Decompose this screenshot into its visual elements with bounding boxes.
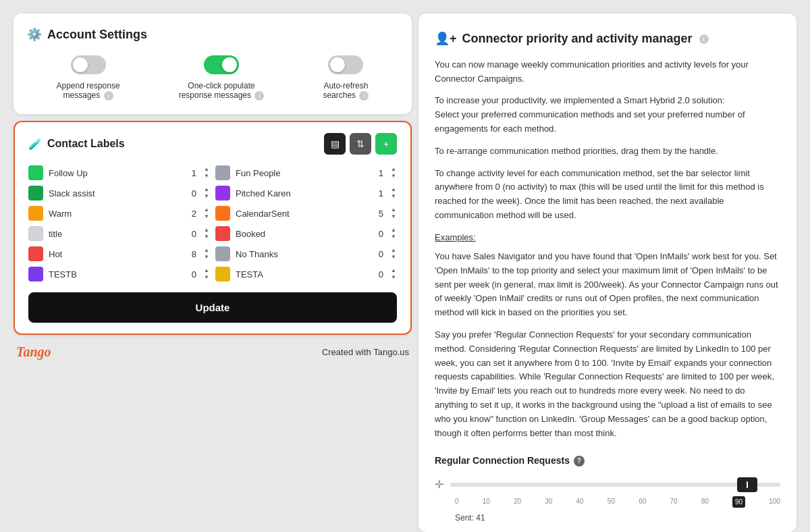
stepper-up-title[interactable]: ▲ xyxy=(203,227,210,234)
label-value-calendar-sent: 5 xyxy=(370,209,383,219)
stepper-fun-people[interactable]: ▲ ▼ xyxy=(390,166,397,180)
slider-tick-60: 60 xyxy=(639,496,646,508)
slider-tick-50: 50 xyxy=(608,496,615,508)
toggle-append-response-switch[interactable] xyxy=(71,55,106,74)
label-row-fun-people: Fun People 1 ▲ ▼ xyxy=(215,165,397,180)
stepper-down-hot[interactable]: ▼ xyxy=(203,254,210,261)
stepper-down-no-thanks[interactable]: ▼ xyxy=(390,254,397,261)
add-label-button[interactable]: + xyxy=(375,133,397,155)
labels-left-column: Follow Up 1 ▲ ▼ Slack assist 0 ▲ ▼ xyxy=(28,165,210,282)
label-name-testa: TESTA xyxy=(236,269,364,280)
stepper-warm[interactable]: ▲ ▼ xyxy=(203,207,210,220)
regular-connection-slider-container: ✛ 0 10 20 30 40 50 60 70 80 90 100 xyxy=(435,477,780,530)
stepper-up-booked[interactable]: ▲ xyxy=(390,227,397,234)
toggle-auto-refresh: Auto-refreshsearches i xyxy=(323,55,369,101)
auto-refresh-info-icon: i xyxy=(359,91,369,101)
stepper-down-calendar-sent[interactable]: ▼ xyxy=(390,213,397,220)
tango-brand: Tango xyxy=(16,344,51,360)
label-color-testa xyxy=(215,267,230,282)
examples-label: Examples: xyxy=(435,231,780,244)
stepper-up-testb[interactable]: ▲ xyxy=(203,267,210,274)
right-panel-info-icon: i xyxy=(699,34,709,44)
label-color-calendar-sent xyxy=(215,206,230,221)
slider-tick-70: 70 xyxy=(670,496,677,508)
label-row-follow-up: Follow Up 1 ▲ ▼ xyxy=(28,165,210,180)
stepper-down-testb[interactable]: ▼ xyxy=(203,274,210,281)
stepper-follow-up[interactable]: ▲ ▼ xyxy=(203,166,210,180)
stepper-up-slack-assist[interactable]: ▲ xyxy=(203,186,210,193)
label-name-fun-people: Fun People xyxy=(236,168,364,178)
stepper-up-pitched-karen[interactable]: ▲ xyxy=(390,186,397,193)
label-name-warm: Warm xyxy=(49,209,178,219)
slider-tick-90-active: 90 xyxy=(732,496,745,508)
stepper-slack-assist[interactable]: ▲ ▼ xyxy=(203,186,210,200)
toggle-one-click-switch[interactable] xyxy=(204,55,239,74)
stepper-down-testa[interactable]: ▼ xyxy=(390,274,397,281)
stepper-hot[interactable]: ▲ ▼ xyxy=(203,247,210,261)
label-row-pitched-karen: Pitched Karen 1 ▲ ▼ xyxy=(215,186,397,201)
regular-connection-sent: Sent: 41 xyxy=(455,512,780,525)
label-value-follow-up: 1 xyxy=(183,168,196,178)
toggle-auto-refresh-switch[interactable] xyxy=(328,55,363,74)
label-value-slack-assist: 0 xyxy=(183,188,196,198)
stepper-testb[interactable]: ▲ ▼ xyxy=(203,267,210,281)
stepper-up-testa[interactable]: ▲ xyxy=(390,267,397,274)
stepper-down-follow-up[interactable]: ▼ xyxy=(203,173,210,180)
toggle-append-response-label: Append responsemessages i xyxy=(57,81,120,101)
label-color-fun-people xyxy=(215,165,230,180)
label-row-slack-assist: Slack assist 0 ▲ ▼ xyxy=(28,186,210,201)
view-button[interactable]: ▤ xyxy=(324,133,346,155)
stepper-booked[interactable]: ▲ ▼ xyxy=(390,227,397,240)
label-row-calendar-sent: CalendarSent 5 ▲ ▼ xyxy=(215,206,397,221)
toggle-one-click-label: One-click populateresponse messages i xyxy=(179,81,265,101)
label-value-warm: 2 xyxy=(183,209,196,219)
label-name-calendar-sent: CalendarSent xyxy=(236,209,364,219)
label-color-title xyxy=(28,226,43,241)
stepper-calendar-sent[interactable]: ▲ ▼ xyxy=(390,207,397,220)
account-settings-title: ⚙️ Account Settings xyxy=(27,27,398,42)
append-response-info-icon: i xyxy=(104,91,113,101)
stepper-down-pitched-karen[interactable]: ▼ xyxy=(390,193,397,200)
label-value-booked: 0 xyxy=(370,229,383,239)
label-name-slack-assist: Slack assist xyxy=(49,188,178,198)
regular-connection-question-icon: ? xyxy=(574,456,585,467)
stepper-down-booked[interactable]: ▼ xyxy=(390,234,397,240)
label-row-testa: TESTA 0 ▲ ▼ xyxy=(215,267,397,282)
stepper-down-title[interactable]: ▼ xyxy=(203,234,210,240)
stepper-up-warm[interactable]: ▲ xyxy=(203,207,210,213)
label-row-no-thanks: No Thanks 0 ▲ ▼ xyxy=(215,246,397,261)
stepper-up-follow-up[interactable]: ▲ xyxy=(203,166,210,173)
connector-icon: 👤+ xyxy=(435,30,457,49)
slider-tick-100: 100 xyxy=(769,496,780,508)
label-color-booked xyxy=(215,226,230,241)
stepper-pitched-karen[interactable]: ▲ ▼ xyxy=(390,186,397,200)
label-value-testb: 0 xyxy=(183,269,196,280)
stepper-no-thanks[interactable]: ▲ ▼ xyxy=(390,247,397,261)
stepper-down-slack-assist[interactable]: ▼ xyxy=(203,193,210,200)
stepper-up-no-thanks[interactable]: ▲ xyxy=(390,247,397,254)
stepper-testa[interactable]: ▲ ▼ xyxy=(390,267,397,281)
contact-labels-header: 🧪 Contact Labels ▤ ⇅ + xyxy=(28,133,397,155)
stepper-up-calendar-sent[interactable]: ▲ xyxy=(390,207,397,213)
regular-connection-drag-handle[interactable]: ✛ xyxy=(435,477,443,494)
stepper-down-fun-people[interactable]: ▼ xyxy=(390,173,397,180)
created-with: Created with Tango.us xyxy=(322,347,409,357)
update-button[interactable]: Update xyxy=(28,292,397,323)
label-name-title: title xyxy=(49,229,178,239)
label-name-follow-up: Follow Up xyxy=(49,168,178,178)
slider-tick-40: 40 xyxy=(576,496,584,508)
regular-connection-slider-track[interactable] xyxy=(450,483,780,487)
stepper-title[interactable]: ▲ ▼ xyxy=(203,227,210,240)
stepper-down-warm[interactable]: ▼ xyxy=(203,213,210,220)
label-name-no-thanks: No Thanks xyxy=(236,249,364,259)
toggle-append-response: Append responsemessages i xyxy=(57,55,120,101)
label-color-no-thanks xyxy=(215,246,230,261)
label-name-testb: TESTB xyxy=(49,269,178,280)
stepper-up-hot[interactable]: ▲ xyxy=(203,247,210,254)
label-row-warm: Warm 2 ▲ ▼ xyxy=(28,206,210,221)
sort-button[interactable]: ⇅ xyxy=(350,133,371,155)
label-color-follow-up xyxy=(28,165,43,180)
gear-icon: ⚙️ xyxy=(27,27,42,42)
contact-labels-card: 🧪 Contact Labels ▤ ⇅ + Follow Up 1 xyxy=(14,121,412,335)
stepper-up-fun-people[interactable]: ▲ xyxy=(390,166,397,173)
